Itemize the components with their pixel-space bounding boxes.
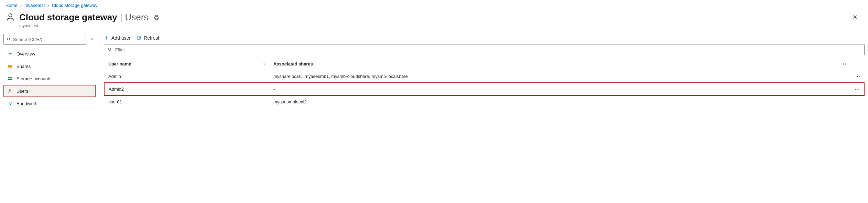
col-header-shares[interactable]: Associated shares ↑↓ — [269, 58, 850, 70]
breadcrumb-item-resource[interactable]: myasetest — [24, 3, 45, 8]
sidebar-nav: Overview Shares Storage accounts Use — [3, 48, 96, 110]
sort-icon[interactable]: ↑↓ — [842, 61, 846, 66]
row-menu-button[interactable]: ··· — [850, 95, 864, 108]
sidebar-item-label: Overview — [17, 51, 35, 57]
sidebar: Overview Shares Storage accounts Use — [0, 32, 97, 111]
col-header-label: Associated shares — [273, 61, 313, 67]
cell-shares: mysharelocal1, myasesmb1, mysmb-cloudsha… — [269, 70, 850, 83]
refresh-button[interactable]: Refresh — [136, 35, 161, 41]
svg-rect-1 — [155, 16, 158, 17]
filter-box[interactable] — [104, 44, 865, 55]
cell-user: Admin2 — [104, 83, 269, 95]
breadcrumb-item-home[interactable]: Home — [6, 3, 18, 8]
table-row[interactable]: Admin mysharelocal1, myasesmb1, mysmb-cl… — [104, 70, 864, 83]
sidebar-item-overview[interactable]: Overview — [3, 48, 96, 60]
svg-point-0 — [9, 14, 12, 17]
main-pane: Add user Refresh User name ↑↓ — [97, 32, 868, 110]
svg-line-7 — [9, 40, 10, 41]
cell-user: user01 — [104, 95, 269, 108]
user-icon — [8, 88, 13, 94]
table-row[interactable]: user01 myasesmblocal2 ··· — [104, 95, 864, 108]
svg-point-10 — [9, 89, 11, 91]
search-icon — [108, 47, 112, 52]
users-table-body: Admin mysharelocal1, myasesmb1, mysmb-cl… — [104, 70, 864, 108]
sidebar-item-label: Bandwidth — [17, 101, 37, 106]
svg-point-11 — [10, 104, 11, 105]
blade-header: Cloud storage gateway | Users myasetest — [0, 11, 868, 32]
col-header-label: User name — [108, 61, 131, 67]
close-button[interactable] — [850, 12, 860, 23]
col-header-user[interactable]: User name ↑↓ — [104, 58, 269, 70]
sidebar-search-input[interactable] — [13, 37, 83, 42]
folder-icon — [8, 63, 13, 69]
search-icon — [7, 37, 11, 42]
user-icon — [6, 12, 15, 23]
sidebar-item-label: Storage accounts — [17, 76, 51, 81]
svg-point-14 — [108, 48, 111, 50]
sidebar-item-storage-accounts[interactable]: Storage accounts — [3, 72, 96, 85]
storage-icon — [8, 76, 13, 81]
print-button[interactable] — [151, 15, 159, 21]
sidebar-item-users[interactable]: Users — [3, 85, 96, 97]
row-menu-button[interactable]: ··· — [850, 83, 864, 95]
sidebar-search[interactable] — [3, 34, 86, 45]
sidebar-item-label: Users — [17, 89, 28, 94]
breadcrumb: Home › myasetest › Cloud storage gateway — [0, 0, 868, 11]
resource-name: myasetest — [19, 23, 159, 28]
chevron-right-icon: › — [20, 3, 22, 8]
title-sep: | — [120, 12, 122, 23]
chevron-right-icon: › — [47, 3, 49, 8]
svg-line-15 — [111, 50, 112, 51]
cell-shares: myasesmblocal2 — [269, 95, 850, 108]
svg-rect-9 — [8, 79, 12, 80]
overview-icon — [8, 51, 13, 57]
plus-icon — [104, 35, 109, 41]
cell-shares: - — [269, 83, 850, 95]
collapse-button[interactable] — [89, 35, 96, 43]
row-menu-button[interactable]: ··· — [850, 70, 864, 83]
sidebar-item-bandwidth[interactable]: Bandwidth — [3, 97, 96, 110]
svg-point-6 — [7, 38, 9, 40]
svg-rect-8 — [8, 77, 12, 78]
command-bar: Add user Refresh — [104, 34, 865, 44]
sort-icon[interactable]: ↑↓ — [261, 61, 265, 66]
cmd-label: Refresh — [144, 35, 161, 41]
page-subtitle: Users — [125, 12, 148, 23]
filter-input[interactable] — [115, 47, 861, 52]
page-title: Cloud storage gateway — [19, 12, 117, 23]
sidebar-item-label: Shares — [17, 64, 31, 69]
sidebar-item-shares[interactable]: Shares — [3, 60, 96, 72]
users-table: User name ↑↓ Associated shares ↑↓ Admin … — [104, 58, 865, 108]
breadcrumb-item-blade[interactable]: Cloud storage gateway — [52, 3, 98, 8]
cmd-label: Add user — [111, 35, 131, 41]
bandwidth-icon — [8, 101, 13, 106]
add-user-button[interactable]: Add user — [104, 35, 131, 41]
cell-user: Admin — [104, 70, 269, 83]
refresh-icon — [136, 35, 142, 41]
table-row[interactable]: Admin2 - ··· — [104, 83, 864, 95]
